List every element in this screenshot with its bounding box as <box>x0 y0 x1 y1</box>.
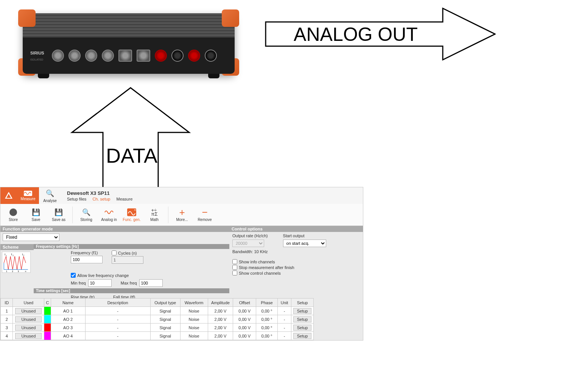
cell-offset[interactable]: 0,00 V <box>233 307 256 315</box>
cell-phase[interactable]: 0,00 ° <box>256 307 278 315</box>
color-cell[interactable] <box>44 332 51 340</box>
scheme-preview: tr f1 tf 123n <box>2 252 31 273</box>
used-button[interactable]: Unused <box>15 316 42 322</box>
used-button[interactable]: Unused <box>15 325 42 331</box>
cell-desc[interactable]: - <box>85 307 150 315</box>
cell-output[interactable]: Signal <box>150 324 180 332</box>
output-rate-select[interactable]: 20000 <box>232 240 264 247</box>
cycles-checkbox[interactable] <box>112 250 117 255</box>
cell-offset[interactable]: 0,00 V <box>233 332 256 340</box>
svg-text:FG: FG <box>134 209 136 211</box>
th-name[interactable]: Name <box>51 299 85 307</box>
cell-desc[interactable]: - <box>85 315 150 324</box>
cell-offset[interactable]: 0,00 V <box>233 315 256 324</box>
cell-offset[interactable]: 0,00 V <box>233 324 256 332</box>
remove-button[interactable]: −Remove <box>194 205 215 225</box>
func-gen-button[interactable]: FGFunc. gen. <box>121 205 142 225</box>
color-cell[interactable] <box>44 315 51 324</box>
used-button[interactable]: Unused <box>15 308 42 314</box>
cell-waveform[interactable]: Noise <box>180 307 208 315</box>
cell-waveform[interactable]: Noise <box>180 332 208 340</box>
freq-f1-input[interactable] <box>71 256 103 263</box>
th-setup[interactable]: Setup <box>291 299 314 307</box>
storing-icon: 🔍 <box>82 208 91 217</box>
save-button[interactable]: 💾Save <box>25 205 47 225</box>
cell-phase[interactable]: 0,00 ° <box>256 324 278 332</box>
th-c[interactable]: C <box>44 299 51 307</box>
cell-waveform[interactable]: Noise <box>180 315 208 324</box>
used-button[interactable]: Unused <box>15 333 42 339</box>
tab-analyse[interactable]: 🔍 Analyse <box>39 187 61 204</box>
th-desc[interactable]: Description <box>85 299 150 307</box>
cell-desc[interactable]: - <box>85 324 150 332</box>
th-amplitude[interactable]: Amplitude <box>208 299 233 307</box>
data-label: DATA <box>106 144 157 167</box>
start-output-select[interactable]: on start acq. <box>283 240 326 247</box>
cell-name[interactable]: AO 1 <box>51 307 85 315</box>
cell-amplitude[interactable]: 2,00 V <box>208 324 233 332</box>
show-info-label: Show info channels <box>239 260 275 264</box>
cell-phase[interactable]: 0,00 ° <box>256 332 278 340</box>
setup-button[interactable]: Setup <box>293 333 311 339</box>
cell-output[interactable]: Signal <box>150 307 180 315</box>
th-output[interactable]: Output type <box>150 299 180 307</box>
analog-in-button[interactable]: Analog in <box>98 205 120 225</box>
setup-button[interactable]: Setup <box>293 325 311 331</box>
app-logo <box>0 187 17 204</box>
th-id[interactable]: ID <box>1 299 13 307</box>
th-unit[interactable]: Unit <box>277 299 291 307</box>
cell-output[interactable]: Signal <box>150 315 180 324</box>
th-waveform[interactable]: Waveform <box>180 299 208 307</box>
table-row: 3UnusedAO 3-SignalNoise2,00 V0,00 V0,00 … <box>1 324 314 332</box>
subtab-measure[interactable]: Measure <box>116 197 132 201</box>
svg-text:f: f <box>11 253 12 256</box>
th-offset[interactable]: Offset <box>233 299 256 307</box>
subtab-setup-files[interactable]: Setup files <box>67 197 86 201</box>
stop-after-checkbox[interactable] <box>232 265 237 270</box>
fg-mode-select[interactable]: Fixed <box>3 233 59 241</box>
cell-name[interactable]: AO 4 <box>51 332 85 340</box>
analog-out-label: ANALOG OUT <box>294 24 418 45</box>
allow-live-checkbox[interactable] <box>71 273 76 278</box>
app-title: Dewesoft X3 SP11 <box>67 190 132 196</box>
cell-amplitude[interactable]: 2,00 V <box>208 307 233 315</box>
device-sub: ISOLATED <box>30 58 47 61</box>
section-scheme: Scheme <box>0 244 34 250</box>
th-used[interactable]: Used <box>13 299 44 307</box>
data-arrow: DATA <box>68 87 193 189</box>
min-freq-input[interactable] <box>88 279 112 287</box>
color-cell[interactable] <box>44 307 51 315</box>
cell-waveform[interactable]: Noise <box>180 324 208 332</box>
storing-button[interactable]: 🔍Storing <box>76 205 97 225</box>
store-button[interactable]: Store <box>3 205 24 225</box>
subtab-ch-setup[interactable]: Ch. setup <box>92 197 110 201</box>
cell-amplitude[interactable]: 2,00 V <box>208 315 233 324</box>
math-button[interactable]: +÷πΣMath <box>144 205 165 225</box>
show-control-checkbox[interactable] <box>232 271 237 275</box>
setup-button[interactable]: Setup <box>293 308 311 314</box>
cell-phase[interactable]: 0,00 ° <box>256 315 278 324</box>
cell-desc[interactable]: - <box>85 332 150 340</box>
cell-amplitude[interactable]: 2,00 V <box>208 332 233 340</box>
table-row: 4UnusedAO 4-SignalNoise2,00 V0,00 V0,00 … <box>1 332 314 340</box>
cycles-input[interactable] <box>112 256 143 264</box>
setup-button[interactable]: Setup <box>293 316 311 322</box>
max-freq-label: Max freq <box>121 281 137 285</box>
save-as-button[interactable]: 💾Save as <box>48 205 69 225</box>
svg-text:1: 1 <box>12 255 14 257</box>
cell-output[interactable]: Signal <box>150 332 180 340</box>
tab-analyse-label: Analyse <box>43 199 57 203</box>
cell-name[interactable]: AO 3 <box>51 324 85 332</box>
svg-text:n: n <box>25 270 26 272</box>
tab-measure[interactable]: Measure <box>17 187 39 204</box>
section-fg-mode: Function generator mode <box>0 226 229 232</box>
th-phase[interactable]: Phase <box>256 299 278 307</box>
max-freq-input[interactable] <box>139 279 163 287</box>
show-info-checkbox[interactable] <box>232 259 237 264</box>
more-button[interactable]: +More... <box>171 205 193 225</box>
show-control-label: Show control channels <box>239 271 281 275</box>
cell-name[interactable]: AO 2 <box>51 315 85 324</box>
color-cell[interactable] <box>44 324 51 332</box>
svg-text:3: 3 <box>18 270 19 272</box>
section-time: Time settings [sec] <box>34 288 229 293</box>
